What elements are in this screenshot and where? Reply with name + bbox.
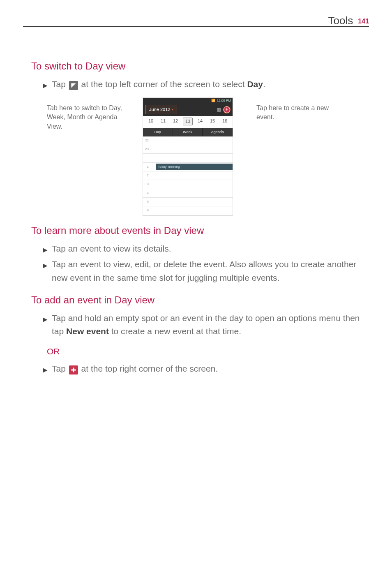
date-cell[interactable]: 10: [146, 118, 156, 125]
add-plus-icon[interactable]: [69, 365, 78, 374]
bullet-icon: ▶: [43, 314, 48, 324]
bullet-text-learn-2: Tap an event to view, edit, or delete th…: [52, 258, 365, 284]
bullet-text-add-2: Tap at the top right corner of the scree…: [52, 362, 218, 376]
date-cell[interactable]: 11: [158, 118, 168, 125]
date-cell-selected[interactable]: 13: [183, 118, 193, 125]
phone-statusbar: 📶12:00 PM: [143, 98, 233, 104]
day-label: Day: [247, 79, 263, 89]
heading-switch-day-view: To switch to Day view: [31, 58, 369, 74]
bullet-icon: ▶: [43, 81, 48, 90]
callout-leader-right: [233, 107, 254, 107]
bullet-text-switch: Tap at the top left corner of the screen…: [52, 78, 265, 91]
date-cell[interactable]: 12: [171, 118, 180, 125]
tab-agenda[interactable]: Agenda: [203, 128, 233, 136]
heading-learn-more: To learn more about events in Day view: [31, 223, 369, 238]
callout-right-text: Tap here to create a new event.: [254, 98, 332, 122]
calendar-today-icon[interactable]: ▦: [217, 106, 221, 113]
date-cell[interactable]: 16: [220, 118, 230, 125]
bullet-icon: ▶: [43, 245, 48, 254]
or-separator: OR: [47, 345, 369, 358]
view-tabs[interactable]: Day Week Agenda: [143, 128, 233, 136]
header-divider: [23, 26, 369, 27]
new-event-label: New event: [66, 326, 109, 336]
tab-week[interactable]: Week: [173, 128, 203, 136]
callout-left-text: Tab here to switch to Day, Week, Month o…: [47, 98, 124, 131]
dates-row[interactable]: 10 11 12 13 14 15 16: [143, 116, 233, 128]
day-slots[interactable]: 22 23 1Today' meeting 2 3 4 5 6: [143, 136, 233, 215]
tab-day[interactable]: Day: [143, 128, 173, 136]
svg-marker-0: [71, 83, 76, 88]
dropdown-triangle-icon[interactable]: [69, 81, 78, 90]
header-page-number: 141: [358, 16, 369, 27]
bullet-icon: ▶: [43, 365, 48, 374]
date-cell[interactable]: 14: [195, 118, 205, 125]
month-picker[interactable]: June 2012: [145, 105, 177, 114]
phone-topbar: June 2012 ▦ +: [143, 104, 233, 116]
callout-leader-left: [124, 107, 143, 107]
calendar-figure: Tab here to switch to Day, Week, Month o…: [47, 98, 369, 215]
bullet-text-learn-1: Tap an event to view its details.: [52, 242, 171, 256]
date-cell[interactable]: 15: [208, 118, 217, 125]
heading-add-event: To add an event in Day view: [31, 292, 369, 307]
calendar-event[interactable]: Today' meeting: [156, 164, 233, 170]
bullet-icon: ▶: [43, 261, 48, 270]
phone-screenshot: 📶12:00 PM June 2012 ▦ + 10 11 12 13 14 1…: [143, 98, 233, 215]
add-event-plus-icon[interactable]: +: [224, 106, 230, 113]
bullet-text-add-1: Tap and hold an empty spot or an event i…: [52, 312, 365, 338]
